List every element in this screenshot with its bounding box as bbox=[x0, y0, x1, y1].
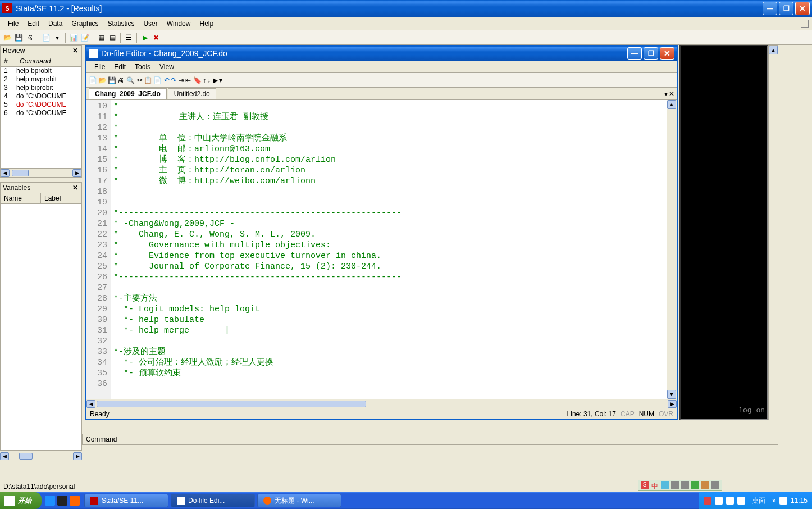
tray-icon-2[interactable] bbox=[715, 497, 723, 505]
ql-qq-icon[interactable] bbox=[57, 496, 67, 506]
do-bookmark-prev-icon[interactable]: ↑ bbox=[203, 76, 206, 84]
variables-icon[interactable]: ☰ bbox=[124, 33, 134, 43]
review-close-icon[interactable]: ✕ bbox=[71, 47, 79, 54]
do-save-icon[interactable]: 💾 bbox=[108, 76, 116, 84]
menu-edit[interactable]: Edit bbox=[23, 19, 44, 29]
do-print-icon[interactable]: 🖨 bbox=[117, 76, 124, 84]
do-maximize-button[interactable]: ❐ bbox=[644, 47, 658, 60]
do-execute-quiet-icon[interactable]: ▾ bbox=[219, 76, 222, 84]
do-editor-titlebar[interactable]: Do-file Editor - Chang_2009_JCF.do — ❐ ✕ bbox=[86, 46, 677, 61]
do-close-button[interactable]: ✕ bbox=[660, 47, 674, 60]
do-find-icon[interactable]: 🔍 bbox=[126, 76, 135, 84]
ql-firefox-icon[interactable] bbox=[70, 496, 80, 506]
review-row[interactable]: 6do "C:\DOCUME bbox=[1, 109, 81, 117]
do-indent-icon[interactable]: ⇥ bbox=[179, 76, 184, 84]
task-do-editor[interactable]: Do-file Edi... bbox=[171, 494, 255, 507]
do-hscroll-thumb[interactable] bbox=[97, 401, 366, 407]
tray-desktop-label[interactable]: 桌面 bbox=[752, 496, 765, 506]
results-scroll-up-icon[interactable]: ▲ bbox=[769, 46, 778, 54]
do-hscroll-right-icon[interactable]: ▶ bbox=[668, 400, 677, 408]
do-minimize-button[interactable]: — bbox=[627, 47, 642, 60]
bottom-hscroll-right-icon[interactable]: ▶ bbox=[73, 452, 82, 460]
variables-close-icon[interactable]: ✕ bbox=[71, 184, 79, 192]
start-button[interactable]: 开始 bbox=[0, 492, 42, 509]
ime-s-icon[interactable]: S bbox=[641, 481, 649, 489]
do-copy-icon[interactable]: 📋 bbox=[144, 76, 152, 84]
do-tab-chang[interactable]: Chang_2009_JCF.do bbox=[89, 88, 167, 99]
ql-ie-icon[interactable] bbox=[45, 496, 55, 506]
variables-col-name[interactable]: Name bbox=[1, 193, 41, 203]
menu-data[interactable]: Data bbox=[44, 19, 67, 29]
menu-user[interactable]: User bbox=[139, 19, 162, 29]
do-menu-tools[interactable]: Tools bbox=[130, 62, 155, 72]
do-execute-icon[interactable]: ▶ bbox=[213, 76, 218, 84]
tab-menu-icon[interactable]: ▾ bbox=[664, 90, 668, 98]
ime-cn-icon[interactable]: 中 bbox=[651, 481, 659, 489]
ime-icon-1[interactable] bbox=[661, 481, 669, 489]
variables-col-label[interactable]: Label bbox=[41, 193, 81, 203]
review-col-num[interactable]: # bbox=[1, 56, 16, 66]
task-notepad[interactable]: 无标题 - Wi... bbox=[257, 494, 341, 507]
viewer-icon[interactable]: ▾ bbox=[52, 33, 62, 43]
close-button[interactable]: ✕ bbox=[795, 2, 810, 15]
task-stata[interactable]: Stata/SE 11... bbox=[84, 494, 168, 507]
scroll-up-icon[interactable]: ▲ bbox=[667, 100, 676, 109]
review-row[interactable]: 2help mvprobit bbox=[1, 75, 81, 84]
tray-icon-3[interactable] bbox=[726, 497, 734, 505]
mdi-restore-icon[interactable] bbox=[801, 20, 809, 28]
continue-icon[interactable]: ▶ bbox=[140, 33, 150, 43]
review-col-command[interactable]: Command bbox=[16, 56, 81, 66]
scroll-down-icon[interactable]: ▼ bbox=[667, 390, 676, 399]
scroll-right-icon[interactable]: ▶ bbox=[72, 169, 81, 177]
open-icon[interactable]: 📂 bbox=[2, 33, 12, 43]
results-vscroll[interactable]: ▲ bbox=[768, 45, 778, 420]
do-menu-file[interactable]: File bbox=[90, 62, 110, 72]
results-window[interactable]: log on bbox=[679, 45, 768, 420]
do-new-icon[interactable]: 📄 bbox=[89, 76, 97, 84]
bottom-hscroll-left-icon[interactable]: ◀ bbox=[0, 452, 9, 460]
do-hscroll-left-icon[interactable]: ◀ bbox=[86, 400, 95, 408]
ime-tray[interactable]: S 中 bbox=[638, 480, 722, 491]
bottom-hscroll-thumb[interactable] bbox=[19, 453, 33, 460]
tray-icon-1[interactable] bbox=[704, 497, 711, 505]
menu-help[interactable]: Help bbox=[195, 19, 218, 29]
review-row[interactable]: 1help bprobit bbox=[1, 67, 81, 75]
print-icon[interactable]: 🖨 bbox=[25, 33, 35, 43]
ime-icon-2[interactable] bbox=[671, 481, 679, 489]
tray-icon-5[interactable] bbox=[779, 497, 787, 505]
do-outdent-icon[interactable]: ⇤ bbox=[185, 76, 191, 84]
review-hscroll[interactable]: ◀ ▶ bbox=[1, 168, 81, 177]
do-open-icon[interactable]: 📂 bbox=[98, 76, 107, 84]
ime-icon-4[interactable] bbox=[691, 481, 699, 489]
review-row[interactable]: 4do "C:\DOCUME bbox=[1, 92, 81, 101]
tray-icon-4[interactable] bbox=[737, 497, 745, 505]
data-browser-icon[interactable]: ▤ bbox=[107, 33, 117, 43]
review-row[interactable]: 3help biprobit bbox=[1, 84, 81, 92]
do-cut-icon[interactable]: ✂ bbox=[137, 76, 143, 84]
graph-icon[interactable]: 📊 bbox=[69, 33, 79, 43]
scroll-left-icon[interactable]: ◀ bbox=[1, 169, 10, 177]
ime-icon-5[interactable] bbox=[701, 481, 709, 489]
menu-statistics[interactable]: Statistics bbox=[103, 19, 139, 29]
do-vscroll[interactable]: ▲ ▼ bbox=[667, 100, 677, 399]
ime-icon-6[interactable] bbox=[711, 481, 719, 489]
do-editor-icon[interactable]: 📝 bbox=[80, 33, 90, 43]
bottom-hscroll[interactable]: ◀ ▶ bbox=[0, 452, 82, 461]
tab-close-icon[interactable]: ✕ bbox=[669, 90, 674, 98]
do-bookmark-icon[interactable]: 🔖 bbox=[193, 76, 202, 84]
do-tab-untitled[interactable]: Untitled2.do bbox=[168, 88, 216, 99]
menu-graphics[interactable]: Graphics bbox=[67, 19, 103, 29]
minimize-button[interactable]: — bbox=[763, 2, 777, 15]
ime-icon-3[interactable] bbox=[681, 481, 689, 489]
do-menu-view[interactable]: View bbox=[155, 62, 179, 72]
scroll-thumb[interactable] bbox=[12, 170, 29, 176]
do-bookmark-next-icon[interactable]: ↓ bbox=[207, 76, 211, 84]
menu-file[interactable]: File bbox=[3, 19, 23, 29]
save-icon[interactable]: 💾 bbox=[13, 33, 24, 43]
do-hscroll[interactable]: ◀ ▶ bbox=[86, 399, 677, 408]
review-row[interactable]: 5do "C:\DOCUME bbox=[1, 101, 81, 109]
do-redo-icon[interactable]: ↷ bbox=[171, 76, 176, 84]
do-undo-icon[interactable]: ↶ bbox=[164, 76, 170, 84]
log-icon[interactable]: 📄 bbox=[41, 33, 51, 43]
do-menu-edit[interactable]: Edit bbox=[110, 62, 130, 72]
